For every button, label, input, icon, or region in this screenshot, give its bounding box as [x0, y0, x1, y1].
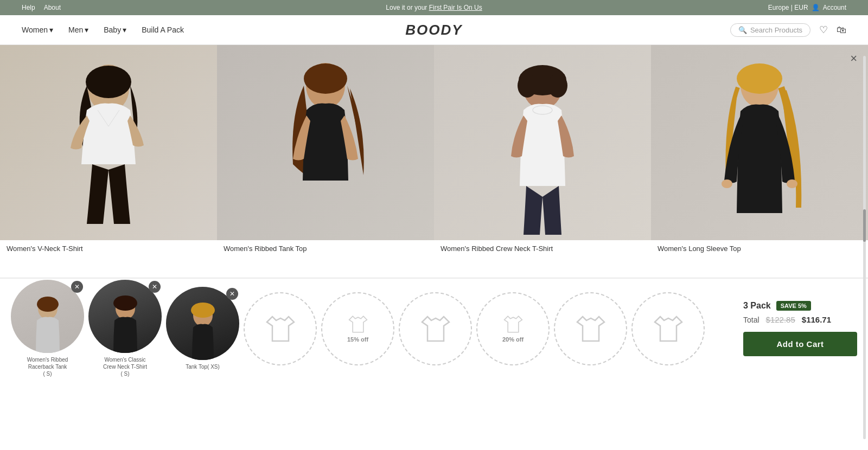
svg-point-20	[191, 303, 215, 318]
empty-slot-8[interactable]	[554, 292, 627, 365]
slot-3-label: Tank Top( XS)	[186, 363, 220, 370]
slot-2-label: Women's ClassicCrew Neck T-Shirt( S)	[103, 356, 147, 377]
main-nav: Women ▾ Men ▾ Baby ▾ Build A Pack BOODY …	[0, 15, 868, 45]
search-placeholder: Search Products	[750, 26, 802, 34]
slot-2-remove-button[interactable]: ✕	[149, 281, 161, 293]
product-image-1	[0, 45, 217, 240]
total-label: Total	[743, 316, 760, 324]
pack-summary: 3 Pack SAVE 5% Total $122.85 $116.71 Add…	[732, 301, 857, 356]
chevron-down-icon-baby: ▾	[123, 25, 126, 34]
help-link[interactable]: Help	[22, 4, 35, 11]
pack-builder-bar: ✕ Women's RibbedRacerback Tank( S) ✕ Wom…	[0, 278, 868, 378]
modal-scrollbar[interactable]	[863, 56, 866, 439]
add-to-cart-button[interactable]: Add to Cart	[743, 332, 857, 356]
slot-1-label: Women's RibbedRacerback Tank( S)	[27, 356, 68, 377]
scrollbar-thumb[interactable]	[863, 209, 866, 242]
top-bar: Help About Love it or your First Pair Is…	[0, 0, 868, 15]
product-image-4	[651, 45, 868, 240]
nav-right: 🔍 Search Products ♡ 🛍	[730, 23, 846, 37]
top-bar-promo: Love it or your First Pair Is On Us	[386, 4, 482, 11]
wishlist-icon[interactable]: ♡	[819, 24, 828, 36]
slot-5-discount: 15% off	[347, 336, 368, 343]
product-name-1: Women's V-Neck T-Shirt	[0, 240, 217, 256]
product-card-3[interactable]: Women's Ribbed Crew Neck T-Shirt	[434, 45, 651, 278]
svg-point-18	[113, 295, 137, 311]
svg-point-3	[304, 63, 347, 94]
empty-slot-7[interactable]: 20% off	[476, 292, 550, 365]
empty-slot-4[interactable]	[244, 292, 317, 365]
nav-item-baby[interactable]: Baby ▾	[104, 25, 126, 34]
pack-builder-modal: ×	[0, 45, 868, 450]
save-badge: SAVE 5%	[776, 301, 811, 311]
slot-3-remove-button[interactable]: ✕	[226, 288, 238, 300]
empty-slot-9-container[interactable]	[631, 292, 705, 365]
filled-slot-2-container[interactable]: ✕	[88, 280, 162, 353]
promo-link[interactable]: First Pair Is On Us	[429, 4, 482, 11]
product-name-4: Women's Long Sleeve Top	[651, 240, 868, 256]
product-card-1[interactable]: Women's V-Neck T-Shirt	[0, 45, 217, 278]
product-grid: Women's V-Neck T-Shirt	[0, 45, 868, 278]
empty-slot-6-container[interactable]	[399, 292, 472, 365]
empty-slot-5-container[interactable]: 15% off	[321, 292, 394, 365]
filled-slot-3[interactable]: ✕ Tank Top( XS)	[166, 287, 239, 370]
empty-slot-5[interactable]: 15% off	[321, 292, 394, 365]
filled-slot-1[interactable]: ✕ Women's RibbedRacerback Tank( S)	[11, 280, 84, 377]
search-box[interactable]: 🔍 Search Products	[730, 23, 810, 37]
pack-summary-header: 3 Pack SAVE 5%	[743, 301, 811, 311]
svg-point-14	[787, 179, 797, 188]
slot-7-discount: 20% off	[502, 336, 524, 343]
svg-rect-5	[331, 105, 336, 115]
empty-slot-8-container[interactable]	[554, 292, 627, 365]
modal-close-button[interactable]: ×	[850, 53, 857, 65]
svg-point-12	[737, 63, 782, 94]
slot-1-remove-button[interactable]: ✕	[71, 281, 83, 293]
cart-icon[interactable]: 🛍	[837, 24, 846, 36]
about-link[interactable]: About	[44, 4, 61, 11]
search-icon: 🔍	[738, 26, 747, 34]
svg-point-8	[518, 74, 537, 98]
filled-slot-3-container[interactable]: ✕	[166, 287, 239, 360]
site-logo[interactable]: BOODY	[405, 22, 462, 38]
svg-point-13	[722, 179, 732, 188]
empty-slot-9[interactable]	[631, 292, 705, 365]
top-bar-right: Europe | EUR 👤 Account	[768, 4, 846, 11]
svg-point-16	[37, 297, 59, 312]
product-card-2[interactable]: Women's Ribbed Tank Top	[217, 45, 434, 278]
filled-slot-1-container[interactable]: ✕	[11, 280, 84, 353]
svg-point-9	[548, 74, 567, 98]
discounted-price: $116.71	[802, 315, 831, 324]
empty-slot-7-container[interactable]: 20% off	[476, 292, 550, 365]
product-name-3: Women's Ribbed Crew Neck T-Shirt	[434, 240, 651, 256]
account-link[interactable]: Account	[823, 4, 846, 11]
total-row: Total $122.85 $116.71	[743, 315, 831, 324]
svg-point-1	[86, 66, 131, 98]
product-image-2	[217, 45, 434, 240]
product-card-4[interactable]: Women's Long Sleeve Top	[651, 45, 868, 278]
region-selector[interactable]: Europe | EUR	[768, 4, 808, 11]
nav-left: Women ▾ Men ▾ Baby ▾ Build A Pack	[22, 25, 184, 34]
pack-label: 3 Pack	[743, 301, 771, 311]
chevron-down-icon: ▾	[49, 25, 53, 34]
original-price: $122.85	[766, 315, 795, 324]
nav-item-women[interactable]: Women ▾	[22, 25, 53, 34]
svg-rect-4	[315, 105, 320, 115]
account-icon: 👤	[812, 4, 820, 11]
product-name-2: Women's Ribbed Tank Top	[217, 240, 434, 256]
filled-slot-2[interactable]: ✕ Women's ClassicCrew Neck T-Shirt( S)	[88, 280, 162, 377]
product-image-3	[434, 45, 651, 240]
chevron-down-icon-men: ▾	[85, 25, 88, 34]
top-bar-left: Help About	[22, 4, 61, 11]
empty-slot-6[interactable]	[399, 292, 472, 365]
nav-item-men[interactable]: Men ▾	[68, 25, 88, 34]
empty-slot-4-container[interactable]	[244, 292, 317, 365]
nav-item-build-pack[interactable]: Build A Pack	[142, 25, 184, 34]
